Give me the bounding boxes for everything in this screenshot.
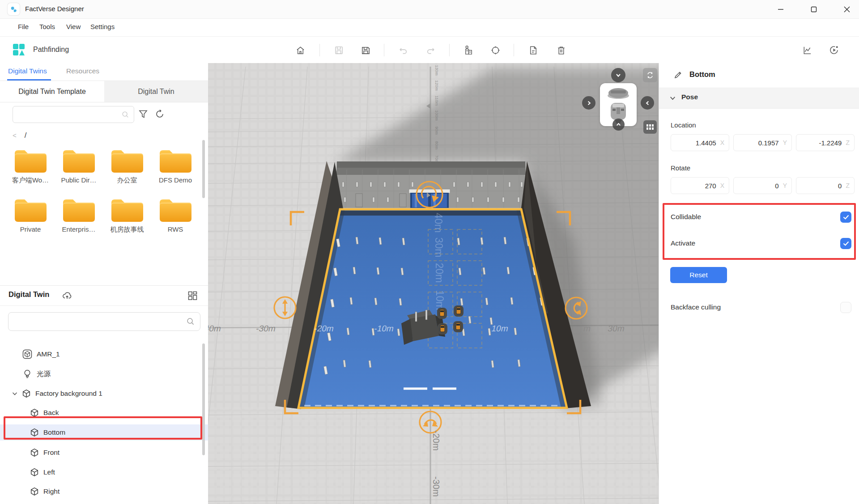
cube-icon bbox=[30, 448, 39, 457]
tree-item-light[interactable]: 光源 bbox=[0, 366, 230, 382]
factory-door bbox=[409, 189, 450, 208]
tree-item-left[interactable]: Left bbox=[0, 464, 238, 480]
folder-icon bbox=[13, 146, 48, 174]
digital-twin-section-header: Digital Twin bbox=[0, 285, 208, 306]
cloud-upload-icon[interactable] bbox=[62, 290, 72, 303]
folder-name: DFS Demo bbox=[159, 176, 192, 184]
folder-name: 办公室 bbox=[117, 176, 137, 185]
location-y-input[interactable]: 0.1957Y bbox=[733, 134, 792, 151]
collapse-view-button[interactable] bbox=[611, 68, 625, 82]
subtab-digital-twin-template[interactable]: Digital Twin Template bbox=[0, 81, 104, 102]
save-icon[interactable] bbox=[330, 41, 348, 59]
folder-item[interactable]: 办公室 bbox=[103, 146, 151, 185]
folder-item[interactable]: 机房故事线 bbox=[103, 195, 151, 234]
project-name: Pathfinding bbox=[33, 46, 69, 54]
focus-target-icon[interactable] bbox=[486, 41, 504, 59]
folder-name: RWS bbox=[168, 225, 183, 233]
rotate-up-button[interactable] bbox=[612, 119, 625, 131]
folder-scrollbar[interactable] bbox=[202, 140, 205, 198]
tree-item-amr1[interactable]: AMR_1 bbox=[0, 346, 230, 362]
rotate-right-button[interactable] bbox=[641, 96, 654, 110]
search-icon bbox=[186, 317, 195, 326]
title-bar: FactVerse Designer bbox=[0, 0, 859, 19]
rotate-x-input[interactable]: 270X bbox=[671, 177, 729, 194]
twin-search-input[interactable] bbox=[8, 312, 200, 331]
subtab-digital-twin[interactable]: Digital Twin bbox=[104, 81, 208, 102]
cube-icon bbox=[30, 408, 39, 417]
reset-button[interactable]: Reset bbox=[670, 267, 727, 283]
svg-text:30m: 30m bbox=[607, 324, 625, 333]
folder-icon bbox=[110, 146, 145, 174]
redo-icon[interactable] bbox=[421, 41, 439, 59]
check-icon bbox=[843, 215, 849, 220]
app-logo-icon bbox=[8, 3, 20, 15]
folder-icon bbox=[110, 195, 145, 224]
toolbar-separator bbox=[449, 44, 450, 56]
cube-icon bbox=[30, 428, 39, 437]
rotate-left-button[interactable] bbox=[582, 96, 595, 110]
svg-text:10m: 10m bbox=[434, 290, 446, 310]
collidable-label: Collidable bbox=[671, 213, 701, 221]
viewport-3d[interactable]: 130m 120m 110m 100m 90m 80m 70m bbox=[208, 63, 659, 504]
folder-item[interactable]: DFS Demo bbox=[151, 146, 200, 185]
tree-item-top[interactable]: Top bbox=[0, 501, 238, 504]
tree-item-right[interactable]: Right bbox=[0, 483, 238, 500]
cube-icon bbox=[30, 487, 39, 496]
tree-item-factory-background[interactable]: Factory background 1 bbox=[0, 385, 220, 402]
folder-name: Enterpris… bbox=[62, 225, 95, 233]
home-icon[interactable] bbox=[291, 41, 309, 59]
filter-icon[interactable] bbox=[138, 109, 149, 121]
maximize-button[interactable] bbox=[804, 0, 824, 18]
rotate-y-input[interactable]: 0Y bbox=[733, 177, 792, 194]
undo-icon[interactable] bbox=[394, 41, 412, 59]
location-z-input[interactable]: -1.2249Z bbox=[796, 134, 855, 151]
menu-view[interactable]: View bbox=[66, 23, 81, 30]
svg-text:-30m: -30m bbox=[431, 476, 441, 497]
folder-item[interactable]: RWS bbox=[151, 195, 200, 234]
sync-view-icon[interactable] bbox=[643, 68, 657, 82]
toolbar-separator bbox=[319, 44, 320, 56]
scene-map-icon[interactable] bbox=[459, 41, 477, 59]
close-button[interactable] bbox=[837, 0, 857, 18]
edit-pencil-icon[interactable] bbox=[673, 70, 683, 81]
delete-icon[interactable] bbox=[552, 41, 570, 59]
toolbar: Pathfinding bbox=[0, 37, 859, 64]
menu-settings[interactable]: Settings bbox=[90, 23, 115, 30]
rotate-inputs: 270X 0Y 0Z bbox=[671, 177, 855, 194]
folder-item[interactable]: Private bbox=[6, 195, 55, 234]
pose-section-header[interactable]: Pose bbox=[659, 88, 859, 109]
backface-culling-label: Backface culling bbox=[671, 303, 721, 311]
layout-grid-icon[interactable] bbox=[187, 290, 198, 303]
grid-view-icon[interactable] bbox=[643, 120, 657, 134]
scene-3d: 130m 120m 110m 100m 90m 80m 70m bbox=[208, 63, 659, 504]
template-search-input[interactable] bbox=[13, 106, 134, 123]
rotate-z-input[interactable]: 0Z bbox=[796, 177, 855, 194]
activate-checkbox[interactable] bbox=[840, 238, 851, 249]
chart-icon[interactable] bbox=[798, 41, 816, 59]
folder-item[interactable]: Public Dir… bbox=[55, 146, 103, 185]
menu-bar: File Tools View Settings bbox=[0, 19, 859, 37]
tab-digital-twins[interactable]: Digital Twins bbox=[8, 67, 47, 75]
folder-name: Public Dir… bbox=[61, 176, 96, 184]
folder-name: 客户端Wo… bbox=[12, 176, 49, 185]
folder-item[interactable]: 客户端Wo… bbox=[6, 146, 55, 185]
minimize-button[interactable] bbox=[770, 0, 791, 18]
tree-scrollbar[interactable] bbox=[202, 343, 205, 455]
location-x-input[interactable]: 1.4405X bbox=[671, 134, 729, 151]
simulate-icon[interactable] bbox=[825, 41, 843, 59]
chevron-down-icon[interactable] bbox=[12, 390, 18, 397]
tab-resources[interactable]: Resources bbox=[66, 67, 99, 75]
breadcrumb-back-icon[interactable]: < bbox=[13, 131, 17, 139]
refresh-icon[interactable] bbox=[154, 109, 165, 121]
svg-text:120m: 120m bbox=[434, 80, 439, 91]
properties-header: Bottom bbox=[659, 63, 859, 88]
svg-text:-10m: -10m bbox=[374, 324, 395, 333]
menu-file[interactable]: File bbox=[18, 23, 29, 30]
save-as-icon[interactable] bbox=[357, 41, 374, 59]
folder-item[interactable]: Enterpris… bbox=[55, 195, 103, 234]
backface-culling-checkbox[interactable] bbox=[840, 302, 851, 313]
box-icon bbox=[22, 349, 32, 359]
document-icon[interactable] bbox=[524, 41, 542, 59]
collidable-checkbox[interactable] bbox=[840, 212, 851, 223]
menu-tools[interactable]: Tools bbox=[39, 23, 55, 30]
